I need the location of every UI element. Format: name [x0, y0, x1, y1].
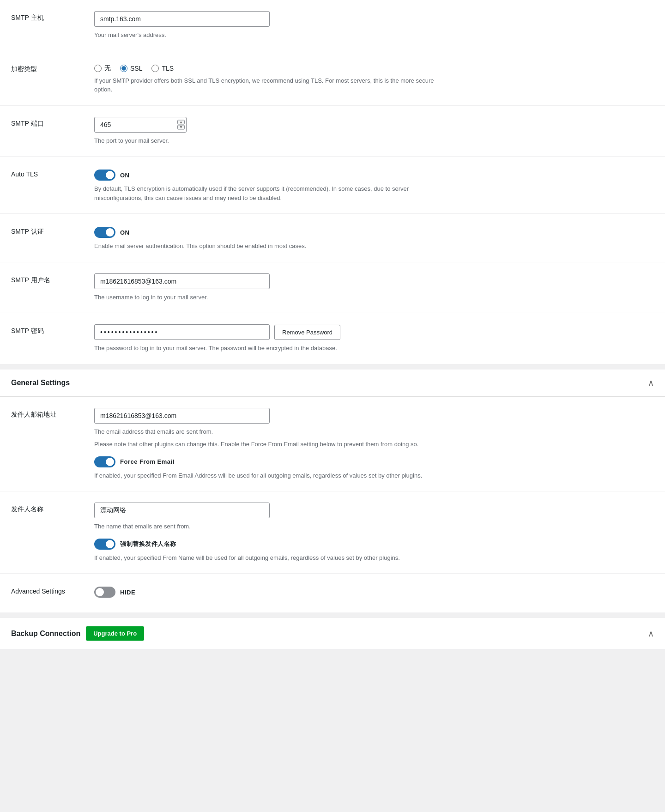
smtp-password-help: The password to log in to your mail serv…: [94, 344, 436, 353]
smtp-port-content: ▲ ▼ The port to your mail server.: [94, 117, 654, 145]
smtp-host-content: Your mail server's address.: [94, 11, 654, 40]
smtp-auth-row: SMTP 认证 ON Enable mail server authentica…: [0, 214, 665, 262]
general-settings-section: General Settings ∧ 发件人邮箱地址 The email add…: [0, 370, 665, 613]
smtp-username-content: The username to log in to your mail serv…: [94, 273, 654, 302]
auto-tls-toggle-wrapper: ON: [94, 168, 654, 181]
auto-tls-toggle-label: ON: [120, 172, 130, 179]
force-from-name-slider: [94, 539, 115, 550]
smtp-port-label: SMTP 端口: [11, 117, 94, 128]
remove-password-button[interactable]: Remove Password: [274, 325, 340, 340]
radio-tls-input[interactable]: [151, 65, 159, 72]
backup-connection-chevron: ∧: [648, 629, 654, 639]
from-email-row: 发件人邮箱地址 The email address that emails ar…: [0, 397, 665, 492]
radio-ssl-label: SSL: [130, 65, 142, 72]
force-from-email-toggle[interactable]: [94, 456, 115, 467]
encryption-type-label: 加密类型: [11, 62, 94, 73]
smtp-port-help: The port to your mail server.: [94, 136, 436, 145]
force-from-name-toggle-wrapper: 强制替换发件人名称: [94, 537, 654, 550]
smtp-password-label: SMTP 密码: [11, 324, 94, 335]
advanced-settings-slider: [94, 587, 115, 598]
auto-tls-content: ON By default, TLS encryption is automat…: [94, 168, 654, 202]
backup-header-left: Backup Connection Upgrade to Pro: [11, 626, 144, 641]
smtp-port-row: SMTP 端口 ▲ ▼ The port to your mail server…: [0, 106, 665, 157]
from-email-help2: Please note that other plugins can chang…: [94, 440, 436, 449]
from-email-content: The email address that emails are sent f…: [94, 408, 654, 480]
force-from-email-slider: [94, 456, 115, 467]
from-email-label: 发件人邮箱地址: [11, 408, 94, 419]
auto-tls-help: By default, TLS encryption is automatica…: [94, 184, 436, 202]
smtp-port-wrapper: ▲ ▼: [94, 117, 187, 133]
radio-none[interactable]: 无: [94, 64, 111, 73]
from-name-input[interactable]: [94, 503, 270, 518]
force-from-name-label: 强制替换发件人名称: [120, 540, 176, 548]
smtp-port-input[interactable]: [94, 117, 187, 133]
advanced-settings-toggle[interactable]: [94, 587, 115, 598]
force-from-name-help: If enabled, your specified From Name wil…: [94, 553, 436, 563]
from-name-row: 发件人名称 The name that emails are sent from…: [0, 491, 665, 574]
smtp-section: SMTP 主机 Your mail server's address. 加密类型…: [0, 0, 665, 364]
force-from-email-label: Force From Email: [120, 458, 175, 465]
smtp-auth-toggle-wrapper: ON: [94, 225, 654, 238]
encryption-radio-group: 无 SSL TLS: [94, 62, 654, 73]
backup-connection-title: Backup Connection: [11, 630, 80, 638]
general-settings-chevron: ∧: [648, 378, 654, 388]
smtp-auth-content: ON Enable mail server authentication. Th…: [94, 225, 654, 251]
force-from-name-toggle[interactable]: [94, 539, 115, 550]
encryption-type-row: 加密类型 无 SSL TLS If your SMTP provider off…: [0, 51, 665, 106]
smtp-auth-label: SMTP 认证: [11, 225, 94, 236]
force-from-email-help: If enabled, your specified From Email Ad…: [94, 471, 436, 480]
smtp-auth-toggle[interactable]: [94, 227, 115, 238]
radio-tls[interactable]: TLS: [151, 65, 174, 72]
smtp-host-help: Your mail server's address.: [94, 30, 436, 40]
from-email-input[interactable]: [94, 408, 270, 424]
advanced-settings-toggle-label: HIDE: [120, 589, 135, 596]
smtp-password-row: SMTP 密码 Remove Password The password to …: [0, 313, 665, 364]
radio-none-label: 无: [104, 64, 111, 73]
radio-ssl[interactable]: SSL: [120, 65, 142, 72]
smtp-host-label: SMTP 主机: [11, 11, 94, 22]
backup-connection-section: Backup Connection Upgrade to Pro ∧: [0, 618, 665, 649]
smtp-username-input[interactable]: [94, 273, 270, 289]
smtp-password-input[interactable]: [94, 324, 270, 340]
smtp-username-row: SMTP 用户名 The username to log in to your …: [0, 262, 665, 314]
smtp-host-row: SMTP 主机 Your mail server's address.: [0, 0, 665, 51]
smtp-auth-toggle-label: ON: [120, 229, 130, 236]
auto-tls-row: Auto TLS ON By default, TLS encryption i…: [0, 157, 665, 214]
smtp-password-input-row: Remove Password: [94, 324, 654, 340]
advanced-settings-row: Advanced Settings HIDE: [0, 574, 665, 612]
backup-connection-header[interactable]: Backup Connection Upgrade to Pro ∧: [0, 618, 665, 649]
advanced-settings-content: HIDE: [94, 585, 654, 601]
smtp-password-content: Remove Password The password to log in t…: [94, 324, 654, 353]
radio-tls-label: TLS: [162, 65, 174, 72]
from-name-content: The name that emails are sent from. 强制替换…: [94, 503, 654, 562]
general-settings-header[interactable]: General Settings ∧: [0, 370, 665, 397]
smtp-username-label: SMTP 用户名: [11, 273, 94, 285]
encryption-type-help: If your SMTP provider offers both SSL an…: [94, 76, 436, 94]
from-name-label: 发件人名称: [11, 503, 94, 514]
auto-tls-toggle[interactable]: [94, 170, 115, 181]
radio-none-input[interactable]: [94, 65, 102, 72]
advanced-settings-toggle-wrapper: HIDE: [94, 585, 654, 598]
smtp-port-spinners: ▲ ▼: [177, 120, 185, 129]
encryption-type-content: 无 SSL TLS If your SMTP provider offers b…: [94, 62, 654, 94]
upgrade-to-pro-button[interactable]: Upgrade to Pro: [86, 626, 144, 641]
smtp-port-down[interactable]: ▼: [177, 125, 185, 129]
smtp-username-help: The username to log in to your mail serv…: [94, 293, 436, 302]
auto-tls-label: Auto TLS: [11, 168, 94, 178]
from-email-help1: The email address that emails are sent f…: [94, 427, 436, 436]
radio-ssl-input[interactable]: [120, 65, 127, 72]
advanced-settings-label: Advanced Settings: [11, 585, 94, 595]
smtp-auth-help: Enable mail server authentication. This …: [94, 242, 436, 251]
from-name-help: The name that emails are sent from.: [94, 522, 436, 531]
general-settings-title: General Settings: [11, 379, 70, 387]
smtp-auth-slider: [94, 227, 115, 238]
smtp-host-input[interactable]: [94, 11, 270, 27]
auto-tls-slider: [94, 170, 115, 181]
smtp-port-up[interactable]: ▲: [177, 120, 185, 124]
force-from-email-toggle-wrapper: Force From Email: [94, 454, 654, 467]
